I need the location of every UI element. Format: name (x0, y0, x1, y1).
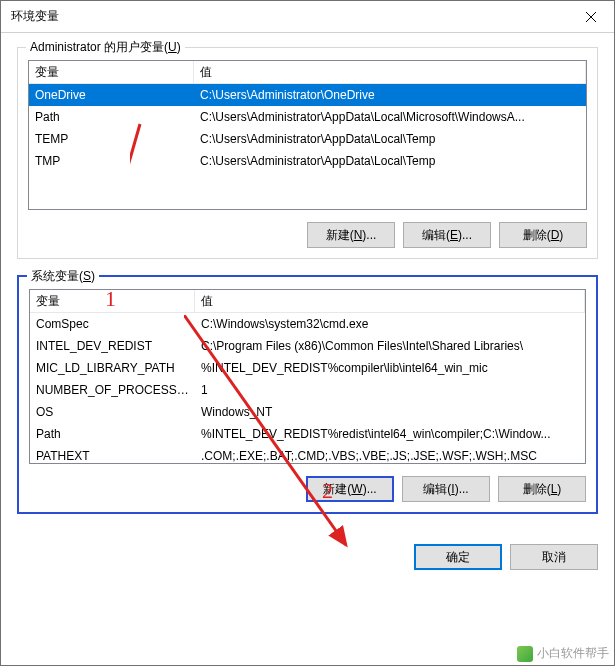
system-vars-buttons: 新建(W)... 编辑(I)... 删除(L) (29, 476, 586, 502)
system-vars-list[interactable]: 变量 值 ComSpecC:\Windows\system32\cmd.exeI… (29, 289, 586, 464)
cell-var-value: 1 (195, 381, 585, 399)
cell-var-value: C:\Users\Administrator\OneDrive (194, 86, 586, 104)
col-header-value[interactable]: 值 (194, 61, 586, 83)
list-scroll[interactable]: OneDriveC:\Users\Administrator\OneDriveP… (29, 84, 586, 209)
cell-var-value: C:\Windows\system32\cmd.exe (195, 315, 585, 333)
user-edit-button[interactable]: 编辑(E)... (403, 222, 491, 248)
table-row[interactable]: NUMBER_OF_PROCESSORS1 (30, 379, 585, 401)
system-new-button[interactable]: 新建(W)... (306, 476, 394, 502)
titlebar: 环境变量 (1, 1, 614, 33)
cell-var-value: C:\Users\Administrator\AppData\Local\Tem… (194, 152, 586, 170)
window-title: 环境变量 (11, 8, 59, 25)
table-row[interactable]: TEMPC:\Users\Administrator\AppData\Local… (29, 128, 586, 150)
ok-button[interactable]: 确定 (414, 544, 502, 570)
system-vars-label: 系统变量(S) (27, 268, 99, 285)
cell-var-name: NUMBER_OF_PROCESSORS (30, 381, 195, 399)
col-header-value[interactable]: 值 (195, 290, 585, 312)
table-row[interactable]: PATHEXT.COM;.EXE;.BAT;.CMD;.VBS;.VBE;.JS… (30, 445, 585, 463)
user-vars-label: Administrator 的用户变量(U) (26, 39, 185, 56)
system-vars-group: 系统变量(S) 变量 值 ComSpecC:\Windows\system32\… (17, 275, 598, 514)
cell-var-name: INTEL_DEV_REDIST (30, 337, 195, 355)
cell-var-value: %INTEL_DEV_REDIST%redist\intel64_win\com… (195, 425, 585, 443)
list-body: ComSpecC:\Windows\system32\cmd.exeINTEL_… (30, 313, 585, 463)
cell-var-name: TEMP (29, 130, 194, 148)
user-vars-list[interactable]: 变量 值 OneDriveC:\Users\Administrator\OneD… (28, 60, 587, 210)
cell-var-value: C:\Users\Administrator\AppData\Local\Tem… (194, 130, 586, 148)
user-vars-buttons: 新建(N)... 编辑(E)... 删除(D) (28, 222, 587, 248)
close-icon (586, 12, 596, 22)
table-row[interactable]: MIC_LD_LIBRARY_PATH%INTEL_DEV_REDIST%com… (30, 357, 585, 379)
system-edit-button[interactable]: 编辑(I)... (402, 476, 490, 502)
cell-var-name: OneDrive (29, 86, 194, 104)
list-scroll[interactable]: ComSpecC:\Windows\system32\cmd.exeINTEL_… (30, 313, 585, 463)
list-header: 变量 值 (30, 290, 585, 313)
table-row[interactable]: OSWindows_NT (30, 401, 585, 423)
cell-var-name: TMP (29, 152, 194, 170)
cell-var-value: Windows_NT (195, 403, 585, 421)
table-row[interactable]: OneDriveC:\Users\Administrator\OneDrive (29, 84, 586, 106)
env-vars-dialog: 环境变量 Administrator 的用户变量(U) 变量 值 OneDriv… (0, 0, 615, 666)
cell-var-value: %INTEL_DEV_REDIST%compiler\lib\intel64_w… (195, 359, 585, 377)
close-button[interactable] (568, 1, 614, 32)
col-header-name[interactable]: 变量 (30, 290, 195, 312)
cell-var-name: Path (30, 425, 195, 443)
cell-var-name: ComSpec (30, 315, 195, 333)
cell-var-value: C:\Users\Administrator\AppData\Local\Mic… (194, 108, 586, 126)
table-row[interactable]: ComSpecC:\Windows\system32\cmd.exe (30, 313, 585, 335)
user-new-button[interactable]: 新建(N)... (307, 222, 395, 248)
user-delete-button[interactable]: 删除(D) (499, 222, 587, 248)
titlebar-buttons (568, 1, 614, 32)
dialog-footer-buttons: 确定 取消 (1, 544, 614, 584)
system-delete-button[interactable]: 删除(L) (498, 476, 586, 502)
table-row[interactable]: TMPC:\Users\Administrator\AppData\Local\… (29, 150, 586, 172)
table-row[interactable]: INTEL_DEV_REDISTC:\Program Files (x86)\C… (30, 335, 585, 357)
cell-var-value: .COM;.EXE;.BAT;.CMD;.VBS;.VBE;.JS;.JSE;.… (195, 447, 585, 463)
cell-var-name: MIC_LD_LIBRARY_PATH (30, 359, 195, 377)
cell-var-name: Path (29, 108, 194, 126)
cell-var-name: PATHEXT (30, 447, 195, 463)
cancel-button[interactable]: 取消 (510, 544, 598, 570)
cell-var-value: C:\Program Files (x86)\Common Files\Inte… (195, 337, 585, 355)
list-header: 变量 值 (29, 61, 586, 84)
cell-var-name: OS (30, 403, 195, 421)
user-vars-group: Administrator 的用户变量(U) 变量 值 OneDriveC:\U… (17, 47, 598, 259)
table-row[interactable]: PathC:\Users\Administrator\AppData\Local… (29, 106, 586, 128)
col-header-name[interactable]: 变量 (29, 61, 194, 83)
table-row[interactable]: Path%INTEL_DEV_REDIST%redist\intel64_win… (30, 423, 585, 445)
dialog-content: Administrator 的用户变量(U) 变量 值 OneDriveC:\U… (1, 33, 614, 544)
list-body: OneDriveC:\Users\Administrator\OneDriveP… (29, 84, 586, 172)
